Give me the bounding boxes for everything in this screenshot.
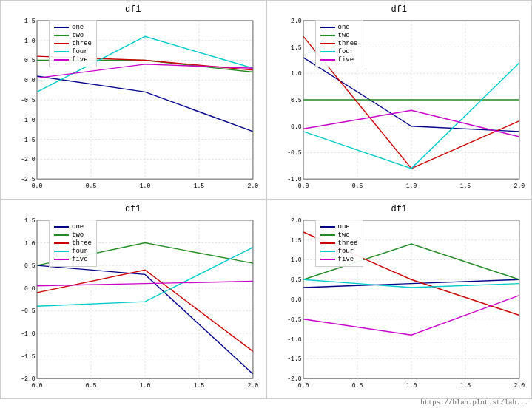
legend-color bbox=[54, 242, 69, 244]
svg-text:1.5: 1.5 bbox=[24, 217, 36, 224]
legend-item: four bbox=[320, 248, 358, 255]
svg-text:-1.0: -1.0 bbox=[287, 336, 301, 342]
legend-color bbox=[54, 43, 69, 44]
svg-text:0.0: 0.0 bbox=[297, 382, 309, 389]
legend-item: five bbox=[54, 256, 92, 263]
svg-text:2.0: 2.0 bbox=[291, 217, 302, 224]
chart-legend: onetwothreefourfive bbox=[49, 220, 97, 267]
legend-item: four bbox=[54, 248, 92, 255]
legend-item: three bbox=[320, 239, 358, 247]
svg-text:-2.0: -2.0 bbox=[21, 375, 35, 382]
svg-text:2.0: 2.0 bbox=[248, 183, 259, 189]
legend-label: three bbox=[72, 239, 92, 247]
svg-text:-1.0: -1.0 bbox=[287, 176, 301, 183]
legend-color bbox=[320, 226, 335, 228]
svg-text:1.5: 1.5 bbox=[24, 18, 36, 24]
svg-text:2.0: 2.0 bbox=[291, 18, 302, 24]
svg-text:-1.5: -1.5 bbox=[21, 353, 35, 359]
svg-text:1.5: 1.5 bbox=[291, 237, 302, 244]
svg-text:-0.5: -0.5 bbox=[287, 316, 301, 323]
legend-item: five bbox=[54, 56, 92, 64]
legend-color bbox=[54, 259, 69, 260]
svg-text:2.0: 2.0 bbox=[514, 382, 525, 389]
chart-title: df1 bbox=[4, 204, 262, 214]
svg-text:-2.0: -2.0 bbox=[21, 156, 35, 163]
svg-text:0.0: 0.0 bbox=[297, 183, 309, 189]
legend-item: three bbox=[320, 40, 358, 47]
legend-item: two bbox=[54, 231, 92, 239]
svg-text:0.5: 0.5 bbox=[86, 183, 97, 189]
svg-text:1.0: 1.0 bbox=[140, 183, 151, 189]
chart-area: 0.00.51.01.52.02.01.51.00.50.0-0.5-1.0-1… bbox=[271, 216, 528, 392]
chart-title: df1 bbox=[4, 4, 262, 15]
legend-label: five bbox=[338, 56, 354, 64]
legend-label: one bbox=[338, 223, 350, 231]
chart-area: 0.00.51.01.52.02.01.51.00.50.0-0.5-1.0on… bbox=[271, 16, 528, 192]
legend-color bbox=[54, 59, 69, 61]
svg-text:-1.0: -1.0 bbox=[21, 330, 35, 337]
legend-label: two bbox=[72, 231, 84, 239]
chart-svg: 0.00.51.01.52.02.01.51.00.50.0-0.5-1.0-1… bbox=[271, 216, 528, 392]
legend-item: one bbox=[54, 24, 92, 31]
svg-text:-1.5: -1.5 bbox=[287, 356, 301, 362]
legend-color bbox=[320, 43, 335, 44]
legend-item: two bbox=[320, 32, 358, 39]
chart-svg: 0.00.51.01.52.02.01.51.00.50.0-0.5-1.0 bbox=[271, 16, 528, 192]
svg-text:0.5: 0.5 bbox=[24, 57, 36, 64]
footer-link: https://blah.plot.st/lab... bbox=[0, 399, 532, 408]
legend-color bbox=[320, 59, 335, 61]
legend-label: three bbox=[72, 40, 92, 47]
chart-title: df1 bbox=[271, 204, 528, 214]
svg-text:0.5: 0.5 bbox=[351, 382, 363, 389]
svg-text:-0.5: -0.5 bbox=[21, 97, 35, 103]
legend-label: one bbox=[72, 24, 84, 31]
chart-legend: onetwothreefourfive bbox=[315, 220, 363, 267]
legend-label: five bbox=[72, 256, 88, 263]
chart-svg: 0.00.51.01.52.01.51.00.50.0-0.5-1.0-1.5-… bbox=[4, 16, 262, 192]
svg-text:0.5: 0.5 bbox=[351, 183, 363, 189]
legend-label: one bbox=[72, 223, 84, 231]
svg-text:2.0: 2.0 bbox=[514, 183, 525, 189]
chart-area: 0.00.51.01.52.01.51.00.50.0-0.5-1.0-1.5-… bbox=[4, 16, 262, 192]
chart-top-right: df10.00.51.01.52.02.01.51.00.50.0-0.5-1.… bbox=[266, 0, 533, 200]
chart-area: 0.00.51.01.52.01.51.00.50.0-0.5-1.0-1.5-… bbox=[4, 216, 262, 392]
svg-text:0.0: 0.0 bbox=[32, 382, 43, 389]
legend-label: five bbox=[338, 256, 354, 263]
chart-legend: onetwothreefourfive bbox=[49, 20, 97, 67]
svg-text:0.5: 0.5 bbox=[86, 382, 97, 389]
legend-label: three bbox=[338, 40, 358, 47]
legend-item: one bbox=[320, 24, 358, 31]
svg-text:1.5: 1.5 bbox=[459, 183, 471, 189]
svg-text:-1.5: -1.5 bbox=[21, 136, 35, 143]
chart-top-left: df10.00.51.01.52.01.51.00.50.0-0.5-1.0-1… bbox=[0, 0, 266, 200]
svg-text:-2.5: -2.5 bbox=[21, 176, 35, 183]
legend-color bbox=[320, 242, 335, 244]
svg-text:0.0: 0.0 bbox=[291, 296, 302, 303]
legend-item: one bbox=[54, 223, 92, 231]
legend-color bbox=[320, 259, 335, 260]
legend-item: two bbox=[54, 32, 92, 39]
svg-text:1.0: 1.0 bbox=[405, 382, 417, 389]
svg-text:1.0: 1.0 bbox=[24, 38, 36, 44]
legend-color bbox=[54, 51, 69, 52]
svg-text:-1.0: -1.0 bbox=[21, 117, 35, 123]
legend-label: three bbox=[338, 239, 358, 247]
legend-label: four bbox=[338, 248, 354, 255]
svg-text:1.0: 1.0 bbox=[140, 382, 151, 389]
legend-item: four bbox=[54, 48, 92, 55]
svg-text:1.0: 1.0 bbox=[24, 239, 36, 246]
legend-color bbox=[320, 234, 335, 236]
svg-text:2.0: 2.0 bbox=[248, 382, 259, 389]
legend-item: five bbox=[320, 56, 358, 64]
svg-text:0.0: 0.0 bbox=[32, 183, 43, 189]
chart-bottom-right: df10.00.51.01.52.02.01.51.00.50.0-0.5-1.… bbox=[266, 200, 533, 399]
legend-item: five bbox=[320, 256, 358, 263]
svg-text:1.0: 1.0 bbox=[291, 70, 302, 77]
legend-label: four bbox=[72, 48, 88, 55]
svg-text:-0.5: -0.5 bbox=[21, 307, 35, 314]
svg-text:1.5: 1.5 bbox=[459, 382, 471, 389]
svg-text:1.0: 1.0 bbox=[291, 256, 302, 263]
legend-color bbox=[320, 51, 335, 52]
svg-text:1.0: 1.0 bbox=[405, 183, 417, 189]
svg-text:1.5: 1.5 bbox=[194, 382, 205, 389]
